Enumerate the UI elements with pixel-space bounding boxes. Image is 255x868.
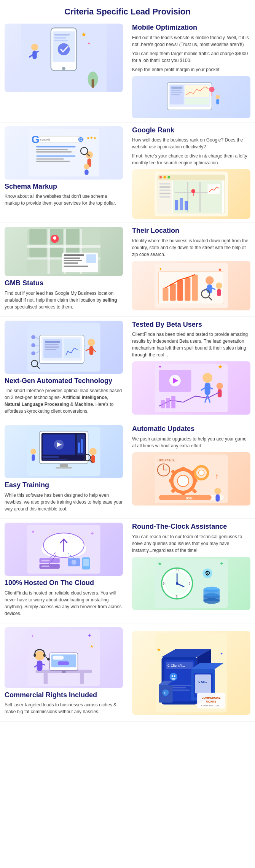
svg-rect-170	[182, 491, 185, 495]
svg-text:✦: ✦	[31, 634, 34, 638]
svg-rect-68	[180, 198, 183, 210]
gmb-text: Find out if your lead has Google My Busi…	[5, 290, 123, 310]
svg-rect-169	[182, 467, 185, 471]
svg-rect-47	[84, 169, 88, 175]
mobile-title: Mobile Optimization	[132, 24, 250, 32]
schema-col: Search... G ★★★	[0, 122, 128, 223]
svg-rect-81	[29, 248, 46, 257]
svg-rect-119	[89, 346, 94, 355]
svg-rect-151	[56, 467, 72, 469]
svg-rect-37	[36, 151, 72, 152]
svg-rect-114	[45, 344, 58, 345]
svg-rect-59	[159, 196, 171, 198]
commercial-text: Sell laser-targeted leads to businesses …	[5, 701, 123, 715]
svg-rect-145	[166, 398, 170, 409]
feature-row-tech-beta: Next-Gen Automated Technology The smart …	[0, 317, 255, 421]
svg-rect-198	[41, 566, 49, 567]
svg-text:12: 12	[176, 568, 180, 572]
svg-rect-4	[54, 34, 70, 36]
svg-rect-57	[159, 189, 171, 191]
svg-rect-116	[45, 349, 56, 350]
svg-rect-28	[216, 99, 219, 104]
svg-point-122	[31, 335, 35, 339]
svg-point-103	[216, 282, 222, 289]
svg-rect-19	[171, 86, 182, 88]
svg-text:Search...: Search...	[40, 138, 53, 142]
svg-rect-266	[195, 674, 211, 693]
svg-point-257	[172, 675, 173, 677]
svg-point-242	[47, 658, 49, 660]
svg-text:C ClientFi...: C ClientFi...	[167, 664, 185, 668]
svg-point-164	[30, 449, 36, 455]
svg-rect-239	[34, 655, 35, 657]
svg-rect-230	[80, 673, 84, 684]
svg-rect-144	[161, 400, 165, 408]
svg-point-192	[62, 541, 86, 557]
svg-text:✦: ✦	[87, 41, 91, 46]
location-text: Identify where the business is located d…	[132, 237, 250, 258]
cloud-col: ✦ ★ 100% Hosted On The Cloud ClientFinda…	[0, 519, 128, 623]
page-title: Criteria Specific Lead Provision	[0, 0, 255, 20]
tech-title: Next-Gen Automated Technology	[5, 377, 123, 385]
mobile-illustration: ★ ✦	[5, 24, 123, 92]
tech-text: The smart interface provides optimal lea…	[5, 387, 123, 415]
cloud-text: ClientFinda is hosted on reliable cloud …	[5, 590, 123, 617]
svg-rect-87	[64, 258, 80, 259]
svg-rect-104	[217, 289, 221, 296]
svg-text:✦: ✦	[220, 652, 223, 656]
svg-rect-69	[185, 201, 188, 210]
svg-text:G: G	[32, 134, 40, 145]
svg-text:9: 9	[163, 582, 165, 585]
svg-rect-90	[64, 266, 88, 267]
svg-text:★: ★	[31, 529, 35, 534]
svg-rect-259	[172, 678, 175, 679]
svg-text:ClientFinda Cust...: ClientFinda Cust...	[201, 704, 221, 707]
svg-text:✦: ✦	[158, 364, 162, 370]
google-rank-text: How well does the business rank on Googl…	[132, 137, 250, 166]
svg-point-7	[58, 43, 70, 56]
svg-rect-88	[64, 260, 82, 261]
feature-row-schema-google: Search... G ★★★	[0, 122, 255, 223]
svg-point-168	[177, 475, 189, 486]
commercial-title: Commercial Rights Included	[5, 691, 123, 699]
svg-point-99	[206, 276, 214, 284]
svg-rect-89	[64, 262, 78, 264]
svg-rect-94	[163, 288, 168, 300]
svg-point-202	[72, 560, 76, 565]
training-title: Easy Training	[5, 481, 123, 490]
svg-text:UPDATING...: UPDATING...	[158, 458, 177, 462]
google-rank-col: Google Rank How well does the business r…	[128, 122, 255, 223]
svg-rect-52	[164, 176, 166, 178]
svg-point-140	[217, 383, 223, 389]
svg-text:★: ★	[81, 31, 86, 38]
mobile-image-col: ★ ✦	[0, 20, 128, 122]
svg-text:COMMERCIAL: COMMERCIAL	[201, 696, 221, 699]
svg-rect-53	[167, 176, 170, 178]
svg-rect-141	[218, 389, 222, 397]
svg-point-124	[31, 351, 35, 355]
svg-text:✦: ✦	[159, 267, 162, 271]
svg-rect-80	[29, 229, 46, 245]
svg-point-134	[202, 373, 212, 383]
svg-rect-6	[54, 40, 68, 41]
svg-rect-39	[36, 158, 64, 159]
svg-text:★: ★	[218, 267, 222, 272]
svg-text:★: ★	[90, 644, 94, 648]
svg-rect-22	[171, 94, 180, 95]
svg-rect-159	[43, 459, 67, 460]
support-col: ✦ ★ ✦ Commercial Rights Included Sell la…	[0, 623, 128, 722]
svg-text:✦: ✦	[220, 561, 224, 566]
svg-point-64	[191, 189, 196, 193]
svg-rect-165	[32, 455, 35, 461]
svg-rect-66	[207, 184, 220, 194]
svg-rect-96	[177, 280, 183, 301]
location-col: Their Location Identify where the busine…	[128, 223, 255, 316]
svg-point-183	[214, 488, 221, 494]
svg-rect-229	[44, 673, 48, 684]
svg-text:✦: ✦	[87, 633, 92, 639]
svg-rect-135	[205, 383, 210, 395]
feature-row-mobile: ★ ✦ Mobile Optimization Find out if the …	[0, 20, 255, 122]
svg-text:C: C	[164, 691, 166, 695]
svg-point-27	[215, 95, 220, 99]
svg-text:★: ★	[218, 364, 223, 370]
